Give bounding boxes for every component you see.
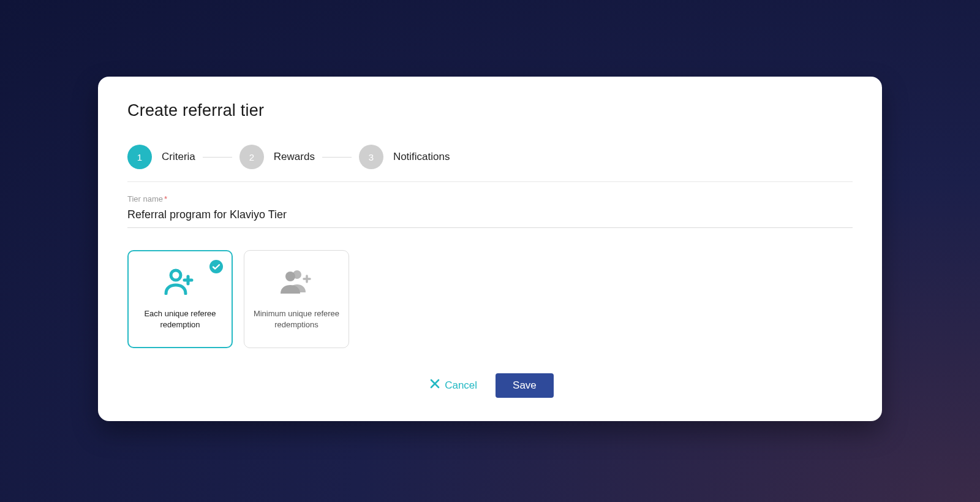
step-criteria[interactable]: 1 Criteria (127, 145, 195, 169)
step-connector (203, 157, 232, 158)
option-minimum-unique-referee[interactable]: Minimum unique referee redemptions (244, 250, 349, 348)
cancel-button[interactable]: Cancel (426, 373, 481, 398)
step-number-badge: 2 (239, 145, 264, 169)
people-add-icon (280, 268, 313, 297)
step-number-badge: 3 (359, 145, 383, 169)
save-button[interactable]: Save (496, 373, 554, 398)
cancel-label: Cancel (445, 379, 477, 392)
option-label: Each unique referee redemption (137, 308, 223, 330)
step-label: Notifications (393, 151, 450, 163)
option-label: Minimum unique referee redemptions (253, 308, 340, 330)
step-rewards[interactable]: 2 Rewards (239, 145, 315, 169)
checkmark-icon (209, 260, 223, 276)
svg-point-0 (209, 260, 223, 273)
step-notifications[interactable]: 3 Notifications (359, 145, 450, 169)
step-label: Rewards (274, 151, 315, 163)
required-marker: * (164, 194, 167, 203)
step-number-badge: 1 (127, 145, 152, 169)
tier-name-input[interactable] (127, 206, 853, 228)
page-title: Create referral tier (127, 101, 853, 120)
close-icon (430, 379, 440, 392)
step-label: Criteria (162, 151, 195, 163)
footer-actions: Cancel Save (127, 373, 853, 398)
modal-card: Create referral tier 1 Criteria 2 Reward… (98, 77, 882, 421)
step-connector (322, 157, 352, 158)
svg-point-1 (171, 270, 181, 280)
tier-name-label: Tier name* (127, 194, 853, 203)
stepper: 1 Criteria 2 Rewards 3 Notifications (127, 145, 853, 182)
option-each-unique-referee[interactable]: Each unique referee redemption (127, 250, 233, 348)
tier-name-field: Tier name* (127, 194, 853, 228)
person-add-icon (164, 268, 197, 297)
svg-point-3 (285, 272, 295, 281)
criteria-options: Each unique referee redemption Minimum u… (127, 250, 853, 348)
